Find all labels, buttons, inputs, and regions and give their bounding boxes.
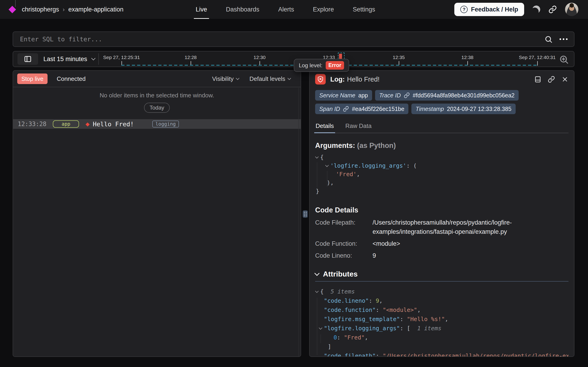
badge-value: #fdd5694a8fa98eb4e301d99ebc056ea2 — [413, 92, 515, 99]
live-panel-header: Stop live Connected Visibility Default l… — [13, 71, 301, 87]
tab-details[interactable]: Details — [315, 120, 334, 133]
code-line: 'Fred', — [315, 170, 569, 178]
scrollbar-track[interactable] — [298, 88, 299, 356]
nav-item-alerts[interactable]: Alerts — [278, 0, 294, 19]
badge-label: Trace ID — [379, 92, 401, 99]
badge-value: app — [358, 92, 368, 99]
arguments-heading: Arguments: (as Python) — [315, 142, 569, 150]
log-row-selected[interactable]: 12:33:28 app ◆ Hello Fred! logging — [13, 119, 301, 129]
feedback-help-button[interactable]: ? Feedback / Help — [454, 3, 524, 16]
panel-resize-handle[interactable] — [303, 210, 308, 218]
code-line: { — [315, 153, 569, 161]
log-detail-panel: Log:Hello Fred! Service NameappTrace ID#… — [309, 70, 574, 357]
sidebar-toggle-button[interactable] — [17, 53, 38, 65]
stop-live-button[interactable]: Stop live — [17, 74, 48, 84]
sidebar-toggle-icon — [24, 55, 32, 63]
badge-value: 2024-09-27 12:33:28.385 — [447, 106, 512, 112]
time-range-label: Last 15 minutes — [43, 56, 87, 63]
chevron-down-icon — [91, 56, 95, 60]
code-details-heading: Code Details — [315, 206, 569, 214]
code-line: "code.lineno": 9, — [315, 296, 569, 305]
nav-item-explore[interactable]: Explore — [313, 0, 334, 19]
detail-title-prefix: Log: — [330, 75, 345, 83]
detail-title: Log:Hello Fred! — [330, 75, 380, 83]
collapse-chevron-icon[interactable] — [319, 326, 324, 330]
breadcrumb-org[interactable]: christophergs — [22, 6, 59, 13]
default-levels-label: Default levels — [249, 75, 285, 83]
time-tick-label: 12:30 — [254, 55, 266, 60]
empty-window-notice: No older items in the selected time wind… — [13, 92, 301, 99]
code-detail-label: Code Filepath: — [315, 218, 373, 236]
time-tick-label: 12:35 — [393, 55, 405, 60]
logfire-logo-icon[interactable] — [8, 6, 16, 13]
attributes-heading: Attributes — [315, 270, 569, 278]
visibility-dropdown[interactable]: Visibility — [212, 75, 239, 83]
zoom-in-icon[interactable] — [559, 54, 569, 65]
badge-trace-id[interactable]: Trace ID#fdd5694a8fa98eb4e301d99ebc056ea… — [375, 90, 519, 100]
sql-filter-input[interactable] — [19, 35, 544, 43]
code-detail-value: /Users/christophersamiullah/repos/pydant… — [373, 218, 538, 236]
badge-span-id[interactable]: Span ID#ea4d5f226ec151be — [315, 104, 408, 114]
code-line: 0: "Fred", — [315, 333, 569, 342]
error-level-badge: Error — [326, 61, 344, 70]
dock-panel-icon[interactable] — [534, 76, 541, 83]
code-line: "logfire.logging_args": [ 1 items — [315, 324, 569, 333]
time-range-dropdown[interactable]: Last 15 minutes — [43, 51, 95, 67]
code-detail-value: 9 — [373, 251, 538, 260]
detail-header: Log:Hello Fred! — [315, 74, 569, 84]
code-line: ), — [315, 178, 569, 187]
search-icon[interactable] — [544, 35, 553, 43]
user-avatar[interactable] — [565, 3, 578, 16]
breadcrumb-project[interactable]: example-application — [68, 6, 123, 13]
metadata-badges: Service NameappTrace ID#fdd5694a8fa98eb4… — [315, 90, 531, 114]
code-detail-value: <module> — [373, 239, 538, 248]
default-levels-dropdown[interactable]: Default levels — [249, 75, 290, 83]
tab-raw-data[interactable]: Raw Data — [345, 120, 372, 133]
collapse-chevron-icon[interactable] — [325, 164, 330, 168]
attributes-json-tree: { 5 items"code.lineno": 9,"code.function… — [315, 287, 569, 357]
visibility-label: Visibility — [212, 75, 233, 83]
breadcrumb-separator-icon: › — [63, 6, 65, 13]
code-line: 'logfire.logging_args': ( — [315, 161, 569, 170]
close-icon[interactable] — [561, 76, 569, 83]
panel-dropdowns: Visibility Default levels — [212, 75, 297, 83]
code-line: } — [315, 187, 569, 195]
logger-tag: logging — [152, 121, 179, 127]
top-nav: christophergs › example-application Live… — [0, 0, 588, 19]
divider — [98, 53, 99, 65]
badge-service-name: Service Nameapp — [315, 90, 372, 100]
detail-header-actions — [534, 76, 569, 83]
moon-icon[interactable] — [531, 5, 541, 14]
nav-item-live[interactable]: Live — [196, 0, 207, 19]
badge-timestamp: Timestamp2024-09-27 12:33:28.385 — [411, 104, 515, 114]
code-detail-label: Code Function: — [315, 239, 373, 248]
time-range-bar: Last 15 minutes Sep 27, 12:25:3112:2812:… — [13, 51, 574, 67]
copy-link-icon[interactable] — [548, 76, 555, 83]
live-panel-body: No older items in the selected time wind… — [13, 87, 301, 129]
badge-label: Timestamp — [415, 106, 444, 112]
more-options-icon[interactable] — [560, 38, 568, 40]
code-line: { 5 items — [315, 287, 569, 296]
breadcrumb: christophergs › example-application — [22, 6, 124, 13]
today-button[interactable]: Today — [144, 103, 170, 113]
nav-item-dashboards[interactable]: Dashboards — [226, 0, 260, 19]
code-line: "code.filepath": "/Users/christophersami… — [315, 351, 569, 357]
collapse-chevron-icon[interactable] — [315, 289, 320, 293]
tooltip-label: Log level: — [299, 62, 323, 69]
detail-tabs: DetailsRaw Data — [315, 120, 569, 133]
collapse-chevron-icon[interactable] — [315, 155, 320, 159]
chevron-down-icon — [236, 76, 240, 80]
help-circle-icon: ? — [460, 6, 468, 13]
error-shield-icon — [315, 74, 326, 84]
log-message: Hello Fred! — [93, 121, 134, 128]
link-icon — [343, 106, 349, 112]
nav-item-settings[interactable]: Settings — [353, 0, 375, 19]
time-tick-label: Sep 27, 12:25:31 — [103, 55, 140, 60]
time-tick-label: Sep 27, 12:40:31 — [519, 55, 556, 60]
code-line: "code.function": "<module>", — [315, 305, 569, 315]
badge-label: Service Name — [319, 92, 355, 99]
badge-value: #ea4d5f226ec151be — [352, 106, 404, 112]
service-badge: app — [53, 120, 79, 128]
collapse-chevron-icon[interactable] — [315, 271, 320, 276]
share-link-icon[interactable] — [548, 5, 557, 14]
